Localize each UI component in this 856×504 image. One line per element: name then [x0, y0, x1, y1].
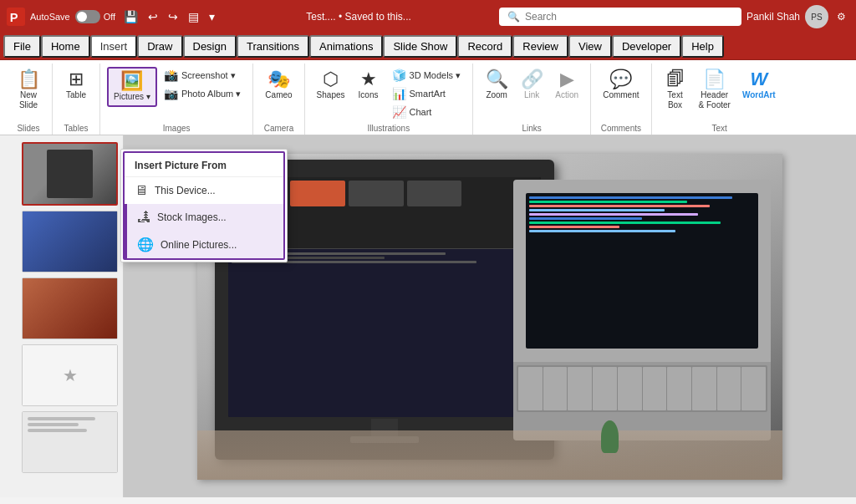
slide-4-container: 4 ★ — [5, 344, 118, 406]
smartart-icon: 📊 — [392, 87, 406, 100]
menu-review[interactable]: Review — [512, 35, 568, 58]
comment-icon: 💬 — [609, 70, 632, 89]
search-bar[interactable]: 🔍 — [499, 8, 741, 26]
stock-images-item[interactable]: 🏞 Stock Images... — [125, 204, 283, 231]
screenshot-photoalbum-col: 📸 Screenshot ▾ 📷 Photo Album ▾ — [159, 67, 246, 102]
insert-picture-dropdown: Insert Picture From 🖥 This Device... 🏞 S… — [120, 149, 288, 262]
save-button[interactable]: 💾 — [120, 8, 141, 25]
3d-models-button[interactable]: 🧊 3D Models ▾ — [387, 67, 466, 84]
search-icon: 🔍 — [507, 11, 520, 23]
link-button[interactable]: 🔗 Link — [515, 67, 548, 104]
ribbon-group-camera: 🎭 Cameo Camera — [253, 64, 304, 135]
dropdown-border: Insert Picture From 🖥 This Device... 🏞 S… — [123, 151, 285, 260]
menu-design[interactable]: Design — [183, 35, 237, 58]
ribbon-group-links: 🔍 Zoom 🔗 Link ▶ Action Links — [473, 64, 591, 135]
slide-4-preview: ★ — [23, 345, 117, 405]
new-slide-button[interactable]: 📋 NewSlide — [12, 67, 45, 114]
slide-2-container: 2 — [5, 211, 118, 272]
laptop-lid — [513, 180, 771, 362]
online-pictures-item[interactable]: 🌐 Online Pictures... — [125, 231, 283, 258]
star-icon: ★ — [63, 365, 78, 385]
undo-button[interactable]: ↩ — [145, 8, 161, 25]
action-button[interactable]: ▶ Action — [550, 67, 583, 104]
toggle-state-label: Off — [104, 12, 115, 22]
cameo-button[interactable]: 🎭 Cameo — [260, 67, 297, 104]
menu-insert[interactable]: Insert — [90, 35, 138, 58]
present-button[interactable]: ▤ — [185, 8, 202, 25]
ribbon-group-comments: 💬 Comment Comments — [591, 64, 651, 135]
autosave-label: AutoSave — [30, 12, 70, 22]
3d-models-label: 3D Models ▾ — [410, 70, 461, 81]
slide-4-thumb[interactable]: ★ — [22, 344, 118, 406]
tables-group-label: Tables — [64, 120, 89, 135]
chart-button[interactable]: 📈 Chart — [387, 104, 466, 120]
avatar-initials: PS — [811, 13, 822, 22]
quick-access-toolbar: 💾 ↩ ↪ ▤ ▾ — [120, 8, 218, 25]
chart-label: Chart — [410, 107, 432, 117]
ribbon-collapse-button[interactable]: ⚙ — [833, 9, 849, 24]
text-box-button[interactable]: 🗐 TextBox — [659, 67, 692, 114]
redo-button[interactable]: ↪ — [165, 8, 181, 25]
link-icon: 🔗 — [521, 70, 543, 89]
shapes-label: Shapes — [317, 90, 345, 100]
action-icon: ▶ — [560, 70, 574, 89]
menu-draw[interactable]: Draw — [137, 35, 182, 58]
slide-1-preview — [23, 144, 116, 204]
customize-button[interactable]: ▾ — [206, 8, 218, 25]
ribbon-group-images: 🖼️ Pictures ▾ 📸 Screenshot ▾ 📷 Photo Alb… — [100, 64, 253, 135]
shapes-icon: ⬡ — [323, 70, 339, 89]
menu-file[interactable]: File — [3, 35, 41, 58]
menu-home[interactable]: Home — [41, 35, 90, 58]
header-footer-button[interactable]: 📄 Header& Footer — [694, 67, 736, 114]
slide-2-preview — [23, 211, 117, 272]
links-group-label: Links — [522, 120, 541, 135]
svg-text:P: P — [10, 11, 18, 24]
this-device-item[interactable]: 🖥 This Device... — [125, 177, 283, 204]
menu-help[interactable]: Help — [681, 35, 724, 58]
menu-record[interactable]: Record — [457, 35, 512, 58]
zoom-icon: 🔍 — [486, 70, 508, 89]
menu-view[interactable]: View — [568, 35, 612, 58]
illustrations-small-col: 🧊 3D Models ▾ 📊 SmartArt 📈 Chart — [387, 67, 466, 120]
zoom-label: Zoom — [486, 90, 507, 100]
slide-2-thumb[interactable] — [22, 211, 118, 272]
menu-transitions[interactable]: Transitions — [237, 35, 309, 58]
pictures-button-container[interactable]: 🖼️ Pictures ▾ — [107, 67, 157, 107]
laptop-screen-inner — [526, 193, 757, 349]
menu-animations[interactable]: Animations — [309, 35, 383, 58]
ribbon-group-tables: ⊞ Table Tables — [53, 64, 100, 135]
menu-developer[interactable]: Developer — [612, 35, 681, 58]
laptop-keyboard — [513, 362, 771, 440]
screenshot-button[interactable]: 📸 Screenshot ▾ — [159, 67, 246, 84]
user-name-label: Pankil Shah — [746, 11, 800, 23]
pictures-button[interactable]: 🖼️ Pictures ▾ — [109, 69, 155, 105]
icons-button[interactable]: ★ Icons — [352, 67, 385, 104]
desk-surface — [197, 430, 782, 480]
avatar[interactable]: PS — [805, 5, 828, 28]
menu-bar: File Home Insert Draw Design Transitions… — [0, 33, 856, 60]
autosave-toggle[interactable]: Off — [75, 10, 115, 23]
shapes-button[interactable]: ⬡ Shapes — [312, 67, 350, 104]
slide-3-thumb[interactable] — [22, 277, 118, 339]
this-device-label: This Device... — [155, 185, 216, 196]
this-device-icon: 🖥 — [135, 183, 148, 198]
slide-5-thumb[interactable] — [22, 411, 118, 473]
comment-label: Comment — [603, 90, 639, 100]
photo-album-button[interactable]: 📷 Photo Album ▾ — [159, 85, 246, 102]
dropdown-title: Insert Picture From — [125, 153, 283, 177]
illustrations-group-label: Illustrations — [368, 120, 410, 135]
ribbon: 📋 NewSlide Slides ⊞ Table Tables 🖼️ Pict… — [0, 60, 856, 135]
wordart-button[interactable]: W WordArt — [737, 67, 781, 104]
icons-label: Icons — [359, 90, 379, 100]
table-button[interactable]: ⊞ Table — [59, 67, 93, 104]
search-input[interactable] — [525, 11, 733, 23]
slide-1-thumb[interactable] — [22, 142, 118, 206]
text-box-label: TextBox — [667, 90, 682, 110]
smartart-button[interactable]: 📊 SmartArt — [387, 85, 466, 102]
zoom-button[interactable]: 🔍 Zoom — [480, 67, 513, 104]
table-icon: ⊞ — [69, 70, 84, 89]
slide-1-container: 1 — [5, 142, 118, 206]
table-label: Table — [66, 90, 86, 100]
menu-slideshow[interactable]: Slide Show — [383, 35, 457, 58]
comment-button[interactable]: 💬 Comment — [598, 67, 644, 104]
